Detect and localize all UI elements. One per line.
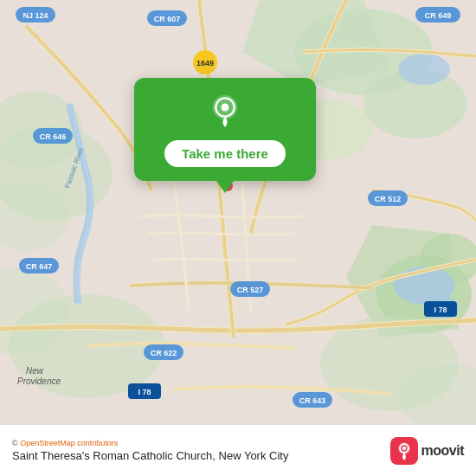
- svg-text:CR 622: CR 622: [151, 349, 177, 357]
- place-info: © OpenStreetMap contributors Saint There…: [12, 439, 288, 462]
- svg-text:CR 607: CR 607: [154, 15, 181, 23]
- svg-text:NJ 124: NJ 124: [23, 11, 48, 20]
- svg-point-15: [398, 54, 450, 85]
- svg-point-52: [402, 447, 406, 450]
- map-container: NJ 124 CR 607 1649 CR 649 CR 646 Passaic…: [0, 0, 476, 424]
- svg-text:I 78: I 78: [138, 388, 151, 396]
- navigation-popup: Take me there: [134, 78, 316, 181]
- attribution-link[interactable]: OpenStreetMap contributors: [20, 439, 118, 447]
- bottom-info-bar: © OpenStreetMap contributors Saint There…: [0, 424, 476, 476]
- take-me-there-button[interactable]: Take me there: [164, 140, 286, 167]
- moovit-text: moovit: [421, 443, 464, 459]
- svg-text:CR 643: CR 643: [299, 396, 326, 405]
- svg-text:CR 512: CR 512: [375, 195, 402, 203]
- svg-text:CR 649: CR 649: [425, 11, 452, 20]
- svg-text:I 78: I 78: [434, 306, 447, 314]
- map-attribution: © OpenStreetMap contributors: [12, 439, 288, 447]
- moovit-brand-icon: [390, 437, 418, 465]
- map-background: NJ 124 CR 607 1649 CR 649 CR 646 Passaic…: [0, 0, 476, 424]
- svg-text:Providence: Providence: [17, 376, 61, 386]
- svg-text:CR 527: CR 527: [237, 286, 264, 294]
- svg-text:CR 646: CR 646: [40, 132, 67, 141]
- svg-text:1649: 1649: [196, 59, 214, 68]
- attribution-prefix: ©: [12, 439, 18, 447]
- svg-point-48: [222, 104, 229, 112]
- moovit-logo: moovit: [390, 437, 464, 465]
- place-name: Saint Theresa's Roman Catholic Church, N…: [12, 449, 288, 462]
- svg-text:CR 647: CR 647: [26, 262, 53, 271]
- location-pin-icon: [208, 93, 242, 132]
- svg-text:New: New: [26, 366, 44, 376]
